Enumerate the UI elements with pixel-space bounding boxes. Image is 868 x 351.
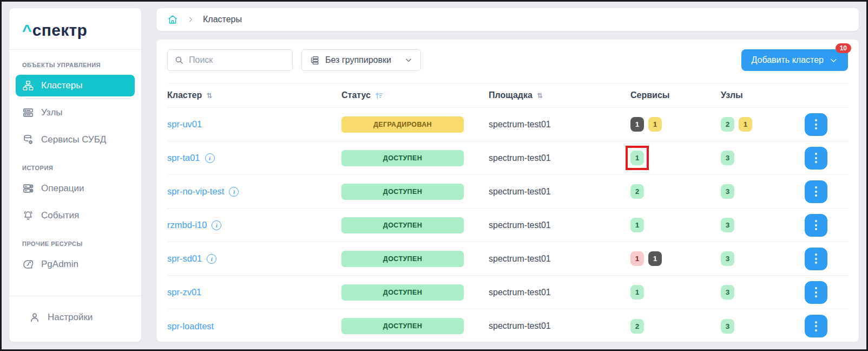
search-icon bbox=[174, 55, 184, 65]
sidebar-nav: ОБЪЕКТЫ УПРАВЛЕНИЯКластерыУзлыСервисы СУ… bbox=[9, 50, 141, 281]
count-badge-dark: 1 bbox=[630, 117, 644, 132]
sort-icon: ⇅ bbox=[206, 92, 212, 100]
status-badge: ДЕГРАДИРОВАН bbox=[341, 116, 464, 133]
row-actions-button[interactable] bbox=[805, 248, 827, 270]
kebab-dot bbox=[815, 291, 817, 294]
breadcrumb-current: Кластеры bbox=[203, 15, 242, 24]
cluster-link[interactable]: spr-ta01 bbox=[167, 153, 200, 163]
kebab-dot bbox=[815, 228, 817, 230]
sidebar-item-clusters[interactable]: Кластеры bbox=[16, 75, 135, 96]
kebab-dot bbox=[815, 329, 817, 332]
add-cluster-button[interactable]: Добавить кластер 10 bbox=[741, 49, 848, 71]
sidebar-item-label: PgAdmin bbox=[41, 259, 78, 270]
services-badges: 11 bbox=[630, 251, 721, 266]
site-cell: spectrum-test01 bbox=[489, 220, 630, 230]
home-icon[interactable] bbox=[167, 14, 178, 25]
sidebar-item-events[interactable]: События bbox=[16, 205, 135, 226]
column-header-label: Узлы bbox=[721, 90, 743, 100]
nodes-badges: 3 bbox=[721, 319, 805, 334]
cluster-link[interactable]: spr-zv01 bbox=[167, 287, 201, 297]
nodes-badges: 3 bbox=[721, 151, 805, 165]
column-header-nodes: Узлы bbox=[721, 90, 805, 100]
column-header-cluster[interactable]: Кластер⇅ bbox=[167, 90, 341, 100]
cluster-link[interactable]: rzmbd-i10 bbox=[167, 220, 207, 230]
cluster-cell: rzmbd-i10i bbox=[167, 220, 341, 230]
row-actions-button[interactable] bbox=[805, 281, 827, 304]
sidebar-item-pgadmin[interactable]: PgAdmin bbox=[16, 253, 135, 275]
cluster-link[interactable]: spr-loadtest bbox=[167, 321, 214, 332]
cluster-link[interactable]: spr-uv01 bbox=[167, 119, 202, 129]
kebab-dot bbox=[815, 321, 817, 323]
row-actions-button[interactable] bbox=[805, 180, 827, 203]
search-input[interactable] bbox=[189, 55, 286, 65]
column-header-site[interactable]: Площадка⇅ bbox=[489, 90, 630, 100]
count-badge-pink: 1 bbox=[630, 251, 644, 266]
count-badge-yellow: 1 bbox=[648, 117, 662, 132]
sidebar-item-label: Настройки bbox=[48, 312, 93, 323]
status-badge: ДОСТУПЕН bbox=[341, 150, 464, 166]
annotation-highlight-box: 1 bbox=[626, 146, 649, 170]
count-badge-green: 3 bbox=[721, 218, 734, 232]
info-icon[interactable]: i bbox=[205, 153, 215, 163]
site-cell: spectrum-test01 bbox=[489, 321, 630, 331]
status-cell: ДОСТУПЕН bbox=[341, 184, 489, 200]
row-actions-button[interactable] bbox=[805, 147, 827, 170]
sidebar-item-db-services[interactable]: Сервисы СУБД bbox=[16, 129, 135, 151]
status-cell: ДЕГРАДИРОВАН bbox=[341, 116, 489, 133]
row-actions-button[interactable] bbox=[805, 214, 827, 237]
column-header-label: Площадка bbox=[489, 90, 532, 100]
kebab-dot bbox=[815, 157, 817, 159]
nav-section-label: ОБЪЕКТЫ УПРАВЛЕНИЯ bbox=[9, 53, 141, 74]
count-badge-green: 2 bbox=[630, 184, 644, 199]
row-actions-button[interactable] bbox=[805, 315, 827, 337]
sidebar-item-label: Сервисы СУБД bbox=[41, 134, 106, 145]
services-badges: 1 bbox=[630, 218, 721, 232]
column-header-status[interactable]: Статус bbox=[341, 90, 489, 100]
info-icon[interactable]: i bbox=[207, 254, 216, 264]
sidebar-footer: Настройки bbox=[9, 296, 141, 342]
status-cell: ДОСТУПЕН bbox=[341, 284, 489, 301]
status-badge: ДОСТУПЕН bbox=[341, 318, 464, 334]
column-header-services: Сервисы bbox=[630, 90, 721, 100]
services-badges: 1 bbox=[630, 285, 721, 300]
operations-icon bbox=[22, 183, 34, 194]
kebab-dot bbox=[815, 123, 817, 126]
group-by-select[interactable]: Без группировки bbox=[301, 49, 421, 71]
table-row: spr-no-vip-testiДОСТУПЕНspectrum-test012… bbox=[167, 175, 848, 209]
cluster-link[interactable]: spr-sd01 bbox=[167, 253, 202, 264]
sidebar-item-nodes[interactable]: Узлы bbox=[16, 102, 135, 123]
action-cell bbox=[805, 113, 849, 136]
kebab-dot bbox=[815, 287, 817, 289]
toolbar: Без группировки Добавить кластер 10 bbox=[167, 49, 848, 71]
cluster-link[interactable]: spr-no-vip-test bbox=[167, 186, 224, 197]
sidebar: ^спектр ОБЪЕКТЫ УПРАВЛЕНИЯКластерыУзлыСе… bbox=[9, 8, 141, 342]
sidebar-item-operations[interactable]: Операции bbox=[16, 178, 135, 199]
action-cell bbox=[805, 214, 849, 237]
sort-icon: ⇅ bbox=[537, 92, 543, 100]
site-cell: spectrum-test01 bbox=[489, 153, 630, 163]
info-icon[interactable]: i bbox=[212, 220, 221, 230]
kebab-dot bbox=[815, 262, 817, 264]
status-cell: ДОСТУПЕН bbox=[341, 318, 489, 334]
count-badge-green: 3 bbox=[721, 184, 734, 199]
count-badge-green: 1 bbox=[630, 218, 644, 232]
kebab-dot bbox=[815, 325, 817, 327]
app-logo: ^спектр bbox=[9, 8, 141, 50]
kebab-dot bbox=[815, 220, 817, 222]
row-actions-button[interactable] bbox=[805, 113, 827, 136]
group-icon bbox=[310, 55, 320, 66]
sort-asc-icon bbox=[375, 92, 383, 100]
action-cell bbox=[805, 248, 849, 270]
cluster-cell: spr-sd01i bbox=[167, 253, 341, 264]
add-cluster-label: Добавить кластер bbox=[751, 55, 824, 65]
info-icon[interactable]: i bbox=[229, 187, 239, 197]
table-row: spr-zv01ДОСТУПЕНspectrum-test0113 bbox=[167, 276, 848, 309]
site-cell: spectrum-test01 bbox=[489, 187, 630, 197]
table-row: spr-uv01ДЕГРАДИРОВАНspectrum-test011121 bbox=[167, 108, 848, 141]
kebab-dot bbox=[815, 119, 817, 121]
breadcrumb: Кластеры bbox=[156, 8, 859, 31]
status-badge: ДОСТУПЕН bbox=[341, 184, 464, 200]
sidebar-item-settings[interactable]: Настройки bbox=[22, 308, 128, 327]
services-badges: 2 bbox=[630, 319, 721, 334]
nav-section-label: ПРОЧИЕ РЕСУРСЫ bbox=[9, 232, 141, 252]
